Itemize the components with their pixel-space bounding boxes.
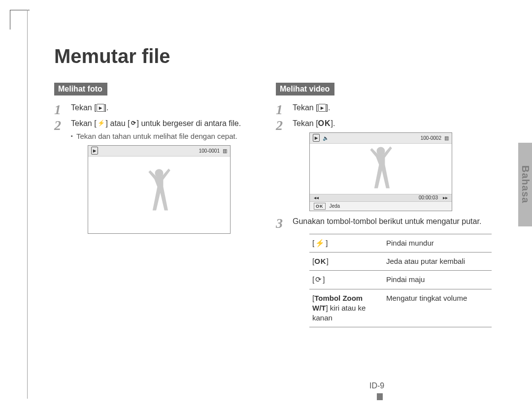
pause-label: Jeda: [330, 203, 340, 210]
table-row: [OK] Jeda atau putar kembali: [309, 253, 492, 271]
flash-icon: ⚡: [97, 120, 106, 126]
language-side-tab: Bahasa: [518, 143, 532, 226]
file-counter: 100-0001: [199, 148, 220, 155]
photo-preview-screenshot: ▸ 100-0001 ▥: [88, 145, 231, 234]
speaker-icon: 🔈: [323, 135, 329, 142]
person-silhouette: [361, 142, 400, 201]
video-step-2: Tekan [OK]. ▸ 🔈 100-0002 ▥ ◂◂ 00:00:03 ▸…: [276, 118, 483, 212]
page-title: Memutar file: [54, 45, 170, 67]
person-silhouette: [139, 164, 179, 223]
play-icon: ▸: [91, 147, 98, 155]
video-preview-screenshot: ▸ 🔈 100-0002 ▥ ◂◂ 00:00:03 ▸▸ OK: [309, 132, 452, 211]
forward-icon: ▸▸: [443, 194, 448, 201]
section-photos: Melihat foto Tekan [▸]. Tekan [⚡] atau […: [54, 83, 261, 239]
playback-time: 00:00:03: [419, 194, 438, 201]
video-step-3: Gunakan tombol-tombol berikut untuk meng…: [276, 216, 483, 327]
battery-icon: ▥: [223, 148, 227, 155]
page-fold-line: [27, 10, 28, 399]
ok-icon: OK: [314, 257, 327, 265]
table-row: [⚡] Pindai mundur: [309, 234, 492, 252]
table-row: [⟳] Pindai maju: [309, 271, 492, 289]
play-icon: ▸: [97, 104, 104, 112]
section-videos: Melihat video Tekan [▸]. Tekan [OK]. ▸ 🔈…: [276, 83, 483, 332]
rewind-icon: ◂◂: [314, 194, 319, 201]
timer-icon: ⟳: [314, 275, 323, 284]
page-number: ID-9: [369, 381, 384, 390]
timer-icon: ⟳: [130, 120, 137, 126]
play-icon: ▸: [313, 134, 320, 142]
crop-mark: [10, 10, 30, 30]
play-icon: ▸: [318, 104, 326, 112]
file-counter: 100-0002: [421, 135, 441, 142]
photo-step-2-note: Tekan dan tahan untuk melihat file denga…: [71, 131, 261, 141]
controls-table: [⚡] Pindai mundur [OK] Jeda atau putar k…: [309, 234, 492, 328]
page-number-tab: [377, 393, 383, 400]
battery-icon: ▥: [444, 135, 449, 142]
section-header-photos: Melihat foto: [54, 83, 107, 95]
side-tab-label: Bahasa: [520, 165, 531, 203]
section-header-videos: Melihat video: [276, 83, 334, 95]
ok-icon: OK: [314, 203, 326, 210]
video-step-1: Tekan [▸].: [276, 102, 483, 113]
photo-step-2: Tekan [⚡] atau [⟳] untuk bergeser di ant…: [54, 118, 261, 234]
table-row: [Tombol Zoom W/T] kiri atau ke kanan Men…: [309, 289, 492, 327]
photo-step-1: Tekan [▸].: [54, 102, 261, 113]
flash-icon: ⚡: [314, 239, 326, 247]
